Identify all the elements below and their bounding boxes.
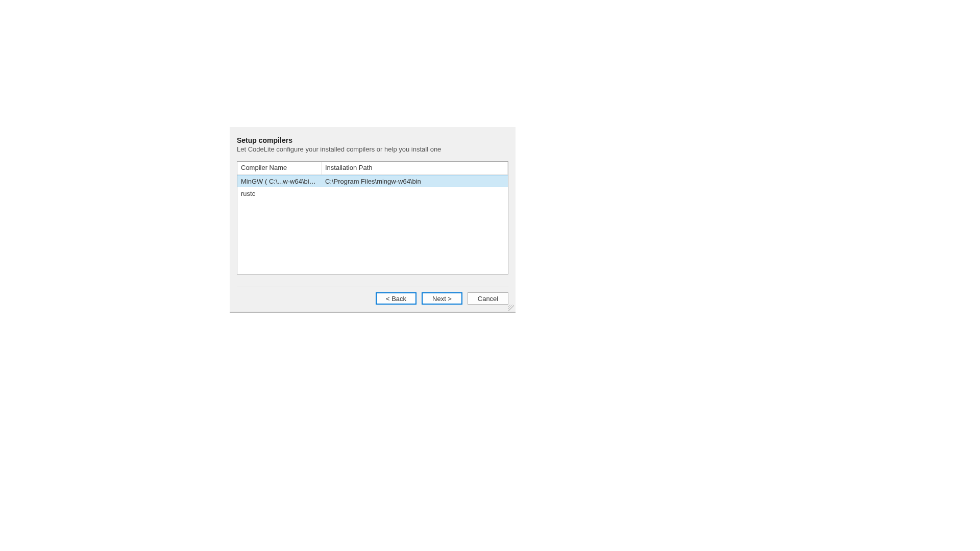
setup-compilers-dialog: Setup compilers Let CodeLite configure y… xyxy=(230,127,516,313)
wizard-button-row: < Back Next > Cancel xyxy=(237,292,508,312)
cell-installation-path: C:\Program Files\mingw-w64\bin xyxy=(322,176,508,187)
separator xyxy=(237,287,508,287)
table-body: MinGW ( C:\...w-w64\bin\ ) C:\Program Fi… xyxy=(237,175,508,274)
table-row[interactable]: rustc xyxy=(237,187,508,199)
dialog-subtitle: Let CodeLite configure your installed co… xyxy=(237,145,508,153)
cell-compiler-name: MinGW ( C:\...w-w64\bin\ ) xyxy=(237,176,322,187)
column-header-installation-path[interactable]: Installation Path xyxy=(322,162,508,174)
cell-compiler-name: rustc xyxy=(237,188,322,199)
table-header: Compiler Name Installation Path xyxy=(237,162,508,175)
cancel-button[interactable]: Cancel xyxy=(468,292,508,305)
back-button[interactable]: < Back xyxy=(376,292,416,305)
next-button[interactable]: Next > xyxy=(422,292,462,305)
dialog-title: Setup compilers xyxy=(237,136,508,144)
table-row[interactable]: MinGW ( C:\...w-w64\bin\ ) C:\Program Fi… xyxy=(237,175,508,187)
compilers-table: Compiler Name Installation Path MinGW ( … xyxy=(237,161,508,274)
column-header-compiler-name[interactable]: Compiler Name xyxy=(237,162,322,174)
cell-installation-path xyxy=(322,192,508,195)
resize-grip-icon[interactable] xyxy=(508,305,514,311)
